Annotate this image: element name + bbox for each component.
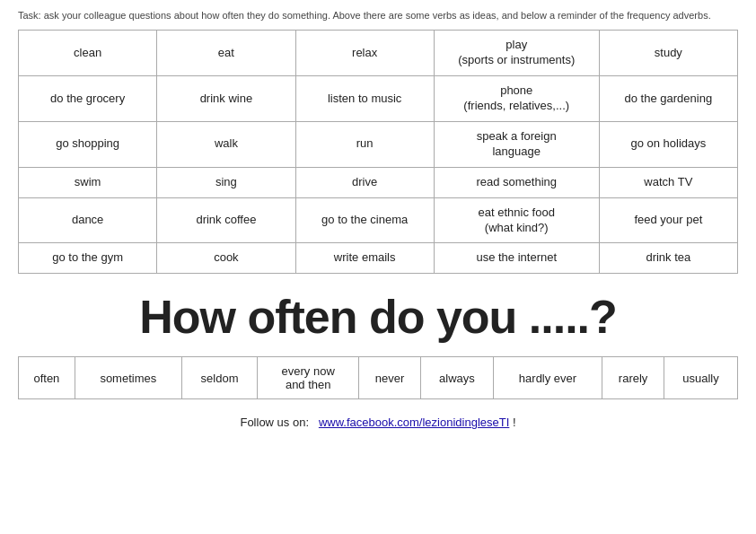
verb-cell: run	[295, 121, 434, 167]
verb-cell: go to the gym	[19, 243, 157, 274]
verb-cell: do the grocery	[19, 76, 157, 122]
adverbs-table: oftensometimesseldomevery now and thenne…	[18, 356, 738, 399]
verb-cell: go on holidays	[599, 121, 737, 167]
follow-us-suffix: !	[513, 416, 516, 429]
follow-us-label: Follow us on:	[240, 416, 309, 429]
verb-cell: feed your pet	[599, 197, 737, 243]
big-question: How often do you .....?	[18, 290, 738, 344]
verb-cell: go to the cinema	[295, 197, 434, 243]
adverb-cell: often	[19, 357, 75, 399]
follow-us: Follow us on: www.facebook.com/lezionidi…	[18, 416, 738, 429]
verb-cell: sing	[157, 167, 295, 197]
verb-cell: play (sports or instruments)	[434, 31, 599, 76]
verb-cell: walk	[157, 121, 295, 167]
verb-cell: drive	[295, 167, 434, 197]
verb-cell: read something	[434, 167, 599, 197]
verb-cell: clean	[19, 31, 157, 76]
adverb-cell: usually	[664, 357, 737, 399]
verbs-table: cleaneatrelaxplay (sports or instruments…	[18, 30, 738, 274]
task-description: Task: ask your colleague questions about…	[18, 9, 738, 22]
verb-cell: speak a foreign language	[434, 121, 599, 167]
verb-cell: relax	[295, 31, 434, 76]
verb-cell: drink wine	[157, 76, 295, 122]
adverb-cell: hardly ever	[493, 357, 602, 399]
adverb-cell: sometimes	[75, 357, 181, 399]
verb-cell: drink coffee	[157, 197, 295, 243]
adverb-cell: every now and then	[258, 357, 359, 399]
verb-cell: swim	[19, 167, 157, 197]
adverb-cell: always	[421, 357, 494, 399]
follow-us-link[interactable]: www.facebook.com/lezionidingleseTI	[319, 416, 509, 429]
verb-cell: eat	[157, 31, 295, 76]
verb-cell: listen to music	[295, 76, 434, 122]
verb-cell: study	[599, 31, 737, 76]
adverb-cell: rarely	[602, 357, 664, 399]
verb-cell: write emails	[295, 243, 434, 274]
verb-cell: watch TV	[599, 167, 737, 197]
verb-cell: dance	[19, 197, 157, 243]
verb-cell: go shopping	[19, 121, 157, 167]
adverb-cell: never	[359, 357, 421, 399]
verb-cell: cook	[157, 243, 295, 274]
verb-cell: phone (friends, relatives,...)	[434, 76, 599, 122]
adverb-cell: seldom	[181, 357, 257, 399]
verb-cell: eat ethnic food (what kind?)	[434, 197, 599, 243]
verb-cell: use the internet	[434, 243, 599, 274]
verb-cell: drink tea	[599, 243, 737, 274]
verb-cell: do the gardening	[599, 76, 737, 122]
